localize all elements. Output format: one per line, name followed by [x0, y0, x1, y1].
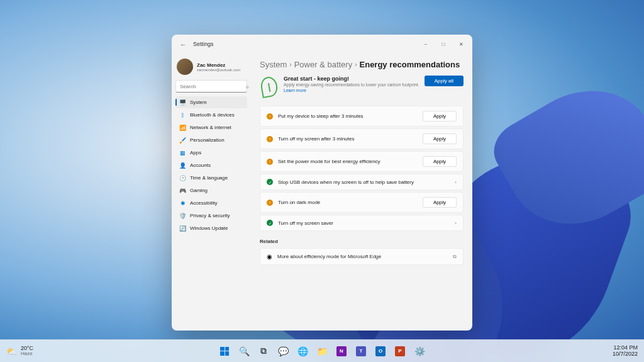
settings-icon[interactable]: ⚙️ [411, 342, 428, 360]
sidebar-item-system[interactable]: 🖥️System [175, 96, 247, 108]
nav-list: 🖥️SystemᛒBluetooth & devices📶Network & i… [175, 96, 247, 234]
nav-icon: 🛡️ [179, 212, 186, 219]
nav-label: Apps [190, 150, 201, 156]
hero-title: Great start - keep going! [284, 76, 419, 82]
search-input[interactable] [180, 84, 246, 89]
task-view-button[interactable]: ⧉ [255, 342, 272, 360]
checkmark-icon: ✓ [267, 179, 273, 185]
alert-icon: ! [267, 113, 273, 120]
window-title: Settings [193, 41, 214, 47]
sidebar-item-windows-update[interactable]: 🔄Windows Update [175, 222, 247, 234]
hero-description: Apply energy-saving recommendations to l… [284, 82, 419, 93]
close-button[interactable]: ✕ [455, 38, 467, 50]
nav-label: Network & internet [190, 125, 231, 130]
file-explorer-icon[interactable]: 📁 [313, 342, 331, 360]
weather-condition: Haze [21, 351, 33, 356]
related-heading: Related [260, 239, 464, 244]
recommendation-item: !Turn off my screen after 3 minutesApply [260, 128, 464, 149]
search-button[interactable]: 🔍 [235, 342, 253, 360]
breadcrumb-mid[interactable]: Power & battery [294, 60, 353, 69]
external-link-icon: ⧉ [453, 254, 457, 260]
nav-icon: 🖌️ [179, 137, 186, 144]
weather-icon: ⛅ [6, 346, 17, 356]
start-button[interactable] [216, 342, 233, 360]
sidebar-item-gaming[interactable]: 🎮Gaming [175, 184, 247, 196]
sidebar-item-accounts[interactable]: 👤Accounts [175, 159, 247, 171]
checkmark-icon: ✓ [267, 220, 273, 226]
recommendation-item[interactable]: ✓Stop USB devices when my screen is off … [260, 174, 464, 190]
search-icon: ⌕ [246, 84, 249, 89]
nav-icon: 🔄 [179, 225, 186, 232]
breadcrumb: System › Power & battery › Energy recomm… [260, 60, 464, 69]
recommendation-label: Turn off my screen saver [278, 220, 450, 226]
nav-label: Accounts [190, 162, 211, 168]
alert-icon: ! [267, 159, 273, 165]
alert-icon: ! [267, 200, 273, 206]
chevron-right-icon: › [455, 179, 457, 185]
nav-label: System [190, 99, 207, 105]
edge-icon: ◉ [267, 253, 272, 260]
chat-icon[interactable]: 💬 [274, 342, 292, 360]
recommendation-label: Turn off my screen after 3 minutes [278, 136, 418, 142]
settings-window: ← Settings − □ ✕ Zac Mendez zacmendez@ou… [172, 35, 472, 331]
breadcrumb-current: Energy recommendations [360, 60, 460, 69]
search-box[interactable]: ⌕ [175, 80, 247, 93]
sidebar-item-bluetooth-devices[interactable]: ᛒBluetooth & devices [175, 109, 247, 121]
leaf-icon [260, 76, 279, 98]
learn-more-link[interactable]: Learn more [284, 88, 306, 93]
recommendation-item: !Turn on dark modeApply [260, 192, 464, 213]
teams-icon[interactable]: T [352, 342, 370, 360]
sidebar-item-apps[interactable]: ▦Apps [175, 147, 247, 159]
profile[interactable]: Zac Mendez zacmendez@outlook.com [175, 56, 247, 80]
nav-label: Bluetooth & devices [190, 112, 235, 118]
breadcrumb-root[interactable]: System [260, 60, 287, 69]
recommendations-list: !Put my device to sleep after 3 minutesA… [260, 106, 464, 231]
avatar [177, 59, 193, 75]
hero-banner: Great start - keep going! Apply energy-s… [260, 76, 464, 98]
taskbar-center: 🔍 ⧉ 💬 🌐 📁 N T O P ⚙️ [216, 342, 428, 360]
nav-icon: 📶 [179, 124, 186, 131]
weather-widget[interactable]: ⛅ 20°C Haze [6, 346, 33, 356]
related-item[interactable]: ◉ More about efficiency mode for Microso… [260, 248, 464, 265]
titlebar: ← Settings − □ ✕ [172, 35, 472, 54]
sidebar-item-time-language[interactable]: 🕒Time & language [175, 172, 247, 184]
nav-label: Windows Update [190, 225, 228, 231]
nav-icon: 👤 [179, 162, 186, 169]
chevron-right-icon: › [289, 61, 291, 68]
sidebar-item-accessibility[interactable]: ✱Accessibility [175, 197, 247, 209]
nav-icon: 🕒 [179, 174, 186, 181]
chevron-right-icon: › [355, 61, 357, 68]
related-label: More about efficiency mode for Microsoft… [277, 254, 448, 259]
back-button[interactable]: ← [177, 38, 189, 50]
outlook-icon[interactable]: O [372, 342, 389, 360]
nav-label: Accessibility [190, 200, 218, 206]
nav-label: Privacy & security [190, 213, 230, 218]
nav-icon: 🖥️ [179, 99, 186, 106]
apply-button[interactable]: Apply [423, 111, 457, 122]
sidebar: Zac Mendez zacmendez@outlook.com ⌕ 🖥️Sys… [172, 54, 251, 331]
edge-icon[interactable]: 🌐 [294, 342, 311, 360]
clock-date: 10/7/2022 [613, 351, 638, 358]
nav-icon: ✱ [179, 200, 186, 206]
nav-icon: ᛒ [179, 111, 186, 118]
maximize-button[interactable]: □ [437, 38, 450, 50]
main-content: System › Power & battery › Energy recomm… [251, 54, 472, 331]
recommendation-item[interactable]: ✓Turn off my screen saver› [260, 215, 464, 231]
minimize-button[interactable]: − [419, 38, 432, 50]
nav-label: Time & language [190, 175, 228, 181]
recommendation-label: Set the power mode for best energy effic… [278, 159, 418, 164]
apply-all-button[interactable]: Apply all [425, 76, 464, 86]
apply-button[interactable]: Apply [423, 197, 457, 208]
recommendation-label: Stop USB devices when my screen is off t… [278, 179, 450, 185]
sidebar-item-privacy-security[interactable]: 🛡️Privacy & security [175, 210, 247, 222]
nav-label: Gaming [190, 188, 208, 193]
system-tray[interactable]: 12:04 PM 10/7/2022 [613, 345, 638, 358]
sidebar-item-network-internet[interactable]: 📶Network & internet [175, 122, 247, 133]
onenote-icon[interactable]: N [333, 342, 350, 360]
apply-button[interactable]: Apply [423, 133, 457, 144]
apply-button[interactable]: Apply [423, 156, 457, 167]
powerpoint-icon[interactable]: P [391, 342, 409, 360]
nav-icon: 🎮 [179, 187, 186, 194]
sidebar-item-personalization[interactable]: 🖌️Personalization [175, 134, 247, 146]
recommendation-item: !Set the power mode for best energy effi… [260, 151, 464, 172]
